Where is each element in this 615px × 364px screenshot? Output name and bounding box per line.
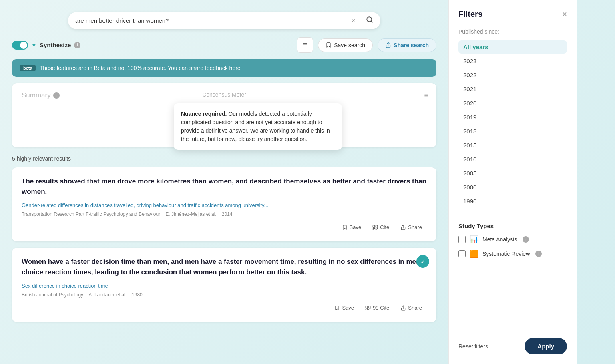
journal-1: Transportation Research Part F-traffic P…: [22, 211, 160, 217]
save-button-1[interactable]: Save: [337, 222, 366, 233]
search-bar-container: ×: [68, 12, 380, 29]
consensus-meter-label: Consensus Meter: [202, 91, 246, 98]
toolbar-row: ✦ Synthesize i ≡ Save search Share searc…: [12, 37, 436, 53]
year-1: 2014: [222, 211, 233, 217]
year-item-2018[interactable]: 2018: [458, 125, 567, 138]
meta-analysis-icon: 📊: [470, 235, 478, 244]
filters-title: Filters: [458, 10, 482, 19]
cite-button-2[interactable]: 99 Cite: [360, 302, 394, 313]
beta-banner-message: These features are in Beta and not 100% …: [40, 65, 241, 71]
search-divider: [361, 17, 361, 25]
systematic-review-item: 🟧 Systematic Review i: [458, 249, 567, 258]
search-bar: ×: [68, 12, 380, 29]
synthesize-toggle-container: ✦ Synthesize i: [12, 41, 80, 50]
meta-analysis-label: Meta Analysis: [482, 236, 517, 243]
save-button-2[interactable]: Save: [330, 302, 359, 313]
nuance-title: Nuance required.: [181, 111, 227, 117]
cite-button-1[interactable]: Cite: [368, 222, 394, 233]
year-2: 1980: [132, 292, 143, 298]
beta-badge: beta: [20, 65, 36, 71]
year-list: All years 2023 2022 2021 2020 2019 2018 …: [458, 40, 567, 208]
journal-2: British Journal of Psychology: [22, 292, 83, 298]
result-link-1[interactable]: Gender-related differences in distances …: [22, 202, 427, 208]
year-item-2000[interactable]: 2000: [458, 181, 567, 194]
year-item-all[interactable]: All years: [458, 40, 567, 54]
year-item-2021[interactable]: 2021: [458, 82, 567, 96]
reset-filters-button[interactable]: Reset filters: [458, 343, 488, 350]
share-button-2[interactable]: Share: [396, 302, 427, 313]
year-item-2005[interactable]: 2005: [458, 167, 567, 180]
share-search-button[interactable]: Share search: [378, 38, 436, 52]
authors-2: A. Landauer et al.: [88, 292, 127, 298]
summary-card: Summary i Consensus Meter ≡ Nuance requi…: [12, 83, 436, 147]
synthesize-toggle[interactable]: [12, 41, 28, 50]
year-item-2023[interactable]: 2023: [458, 54, 567, 68]
year-item-1990[interactable]: 1990: [458, 195, 567, 208]
filters-header: Filters ×: [458, 10, 567, 19]
year-item-2015[interactable]: 2015: [458, 139, 567, 152]
beta-banner: beta These features are in Beta and not …: [12, 59, 436, 77]
study-types-label: Study Types: [458, 223, 567, 229]
synthesize-label: Synthesize: [40, 42, 71, 48]
result-meta-1: Transportation Research Part F-traffic P…: [22, 211, 427, 217]
result-text-2: Women have a faster decision time than m…: [22, 257, 427, 277]
filters-panel: Filters × Published since: All years 202…: [448, 0, 577, 364]
filters-close-button[interactable]: ×: [562, 10, 567, 19]
year-item-2022[interactable]: 2022: [458, 68, 567, 82]
result-actions-1: Save Cite Share: [22, 222, 427, 233]
apply-filters-button[interactable]: Apply: [525, 338, 567, 354]
systematic-review-icon: 🟧: [470, 249, 478, 258]
search-input[interactable]: [75, 17, 349, 24]
systematic-review-checkbox[interactable]: [458, 250, 466, 257]
year-item-2019[interactable]: 2019: [458, 111, 567, 124]
filters-footer: Reset filters Apply: [458, 338, 567, 354]
year-item-2020[interactable]: 2020: [458, 97, 567, 110]
search-submit-button[interactable]: [366, 16, 373, 25]
meta-analysis-item: 📊 Meta Analysis i: [458, 235, 567, 244]
published-since-label: Published since:: [458, 28, 567, 35]
save-search-button[interactable]: Save search: [318, 38, 373, 52]
filter-button[interactable]: ≡: [297, 37, 314, 53]
summary-menu-icon[interactable]: ≡: [424, 91, 428, 100]
results-count: 5 highly relevant results: [12, 155, 436, 162]
meta-analysis-info-icon[interactable]: i: [523, 236, 529, 243]
authors-1: E. Jiménez-Mejias et al.: [165, 211, 216, 217]
meta-analysis-checkbox[interactable]: [458, 236, 466, 243]
systematic-review-info-icon[interactable]: i: [535, 251, 542, 257]
share-button-1[interactable]: Share: [396, 222, 427, 233]
synthesize-sparkle-icon: ✦: [31, 41, 36, 49]
share-search-label: Share search: [394, 42, 429, 48]
synthesize-info-icon[interactable]: i: [74, 42, 80, 48]
nuance-tooltip: Nuance required. Our models detected a p…: [174, 103, 342, 150]
result-actions-2: Save 99 Cite Share: [22, 302, 427, 313]
result-card: The results showed that men drove more k…: [12, 167, 436, 241]
summary-info-icon[interactable]: i: [53, 92, 60, 99]
checkmark-badge: ✓: [416, 255, 429, 268]
filter-divider: [458, 216, 567, 216]
svg-line-1: [371, 21, 372, 22]
main-content: × ✦ Synthesize i ≡ Save search: [0, 0, 448, 364]
result-link-2[interactable]: Sex difference in choice reaction time: [22, 283, 427, 289]
year-item-2010[interactable]: 2010: [458, 153, 567, 166]
result-card-2: ✓ Women have a faster decision time than…: [12, 248, 436, 322]
search-clear-button[interactable]: ×: [349, 16, 358, 25]
systematic-review-label: Systematic Review: [482, 251, 530, 257]
save-search-label: Save search: [334, 42, 365, 48]
result-meta-2: British Journal of Psychology | A. Landa…: [22, 292, 427, 298]
result-text-1: The results showed that men drove more k…: [22, 176, 427, 197]
summary-title: Summary: [22, 91, 51, 99]
